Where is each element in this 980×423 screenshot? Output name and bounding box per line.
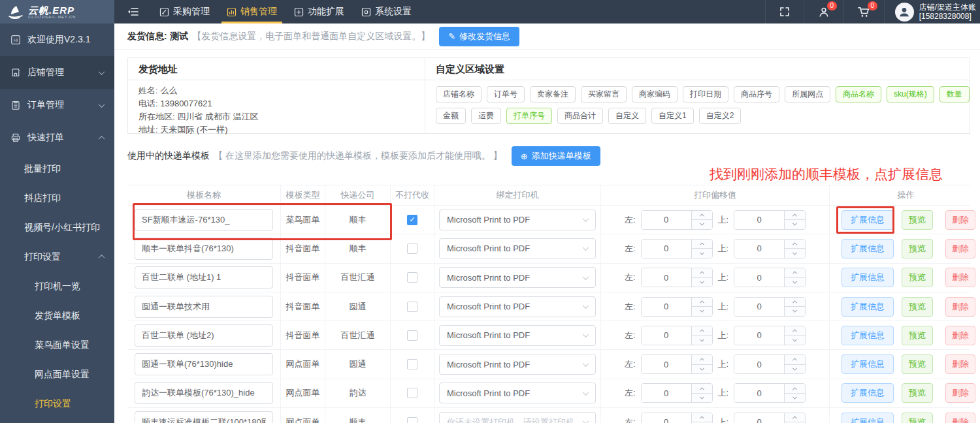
decrement-button[interactable] (785, 220, 805, 229)
decrement-button[interactable] (692, 336, 712, 345)
offset-left-input[interactable] (642, 268, 691, 287)
template-name-input[interactable] (135, 266, 273, 289)
printer-select[interactable]: Microsoft Print to PDF (439, 210, 596, 230)
decrement-button[interactable] (692, 220, 712, 229)
increment-button[interactable] (785, 298, 805, 307)
decrement-button[interactable] (692, 394, 712, 403)
custom-field-tag[interactable]: 卖家备注 (530, 86, 576, 102)
nav-item-extension[interactable]: 功能扩展 (286, 0, 353, 24)
nav-item-purchase[interactable]: 采购管理 (151, 0, 218, 24)
offset-left-stepper[interactable] (641, 326, 713, 345)
template-name-input[interactable] (135, 238, 273, 260)
printer-select[interactable]: Microsoft Print to PDF (439, 238, 596, 259)
account-menu[interactable]: 店铺/渠道主体账 [15828328008] (884, 0, 980, 24)
sidebar-item-channels-print[interactable]: 视频号/小红书打印 (0, 213, 114, 242)
offset-top-input[interactable] (734, 211, 784, 229)
offset-top-stepper[interactable] (734, 413, 806, 423)
increment-button[interactable] (692, 355, 712, 365)
preview-button[interactable]: 预览 (902, 239, 933, 258)
customer-service-button[interactable]: 0 (804, 0, 843, 24)
custom-field-tag[interactable]: 订单号 (487, 86, 525, 102)
custom-field-tag[interactable]: 商家编码 (632, 86, 678, 102)
cart-button[interactable]: 0 (843, 0, 884, 24)
sidebar-item-order-mgmt[interactable]: 订单管理 (0, 89, 114, 121)
preview-button[interactable]: 预览 (902, 354, 933, 374)
offset-top-stepper[interactable] (734, 383, 806, 403)
delete-button[interactable]: 删除 (945, 268, 975, 287)
custom-field-tag[interactable]: 所属网点 (785, 86, 830, 102)
no-cod-checkbox[interactable]: ✓ (407, 359, 417, 369)
nav-item-sales[interactable]: 销售管理 (218, 0, 286, 24)
increment-button[interactable] (785, 355, 805, 365)
sidebar-item-printer-list[interactable]: 打印机一览 (0, 272, 114, 301)
template-name-input[interactable] (135, 382, 273, 404)
decrement-button[interactable] (785, 278, 805, 287)
sidebar-item-outlet-settings[interactable]: 网点面单设置 (0, 360, 114, 389)
custom-field-tag[interactable]: sku(规格) (887, 86, 934, 102)
offset-left-stepper[interactable] (641, 297, 713, 317)
offset-left-input[interactable] (642, 326, 691, 345)
offset-top-stepper[interactable] (734, 210, 806, 230)
increment-button[interactable] (785, 413, 805, 423)
offset-top-input[interactable] (734, 413, 784, 423)
nav-item-system[interactable]: 系统设置 (353, 0, 420, 24)
edit-ship-info-button[interactable]: ✎ 修改发货信息 (439, 27, 519, 46)
custom-field-tag[interactable]: 自定义1 (651, 108, 694, 124)
sidebar-item-print-settings[interactable]: 打印设置 (0, 389, 114, 418)
sidebar-item-batch-print[interactable]: 批量打印 (0, 154, 114, 183)
preview-button[interactable]: 预览 (902, 268, 933, 287)
delete-button[interactable]: 删除 (945, 210, 975, 230)
custom-field-tag[interactable]: 金额 (436, 108, 466, 124)
offset-left-stepper[interactable] (641, 210, 713, 230)
custom-field-tag[interactable]: 商品合计 (557, 108, 603, 124)
offset-top-input[interactable] (734, 240, 784, 258)
offset-left-input[interactable] (642, 355, 691, 373)
template-name-input[interactable] (135, 324, 273, 347)
offset-top-input[interactable] (734, 326, 784, 345)
offset-left-input[interactable] (642, 298, 691, 316)
printer-select[interactable]: Microsoft Print to PDF (439, 267, 596, 288)
offset-top-input[interactable] (734, 268, 784, 287)
expand-info-button[interactable]: 扩展信息 (841, 354, 894, 374)
custom-field-tag[interactable]: 打单序号 (506, 108, 552, 124)
no-cod-checkbox[interactable]: ✓ (407, 330, 417, 341)
offset-left-input[interactable] (642, 240, 691, 258)
increment-button[interactable] (692, 384, 712, 394)
sidebar-item-shop-mgmt[interactable]: 店铺管理 (0, 56, 114, 89)
custom-field-tag[interactable]: 商品名称 (836, 86, 881, 102)
delete-button[interactable]: 删除 (945, 354, 975, 374)
template-name-input[interactable] (135, 353, 273, 375)
expand-info-button[interactable]: 扩展信息 (841, 413, 894, 423)
delete-button[interactable]: 删除 (945, 413, 975, 423)
decrement-button[interactable] (785, 336, 805, 345)
offset-left-stepper[interactable] (641, 354, 713, 374)
custom-field-tag[interactable]: 数量 (939, 86, 970, 102)
no-cod-checkbox[interactable]: ✓ (407, 417, 417, 423)
offset-left-stepper[interactable] (641, 413, 713, 423)
no-cod-checkbox[interactable]: ✓ (407, 215, 417, 225)
printer-select[interactable]: Microsoft Print to PDF (439, 354, 596, 375)
offset-left-input[interactable] (642, 211, 691, 229)
offset-top-stepper[interactable] (734, 268, 806, 287)
collapse-menu-icon[interactable] (127, 7, 139, 17)
expand-info-button[interactable]: 扩展信息 (841, 210, 894, 230)
decrement-button[interactable] (692, 278, 712, 287)
no-cod-checkbox[interactable]: ✓ (407, 302, 417, 312)
decrement-button[interactable] (692, 249, 712, 258)
app-logo[interactable]: 云帆.ERP CLOUDSAIL.NET.CN (0, 0, 114, 24)
custom-field-tag[interactable]: 打印日期 (683, 86, 728, 102)
increment-button[interactable] (692, 268, 712, 278)
sidebar-item-cainiao-settings[interactable]: 菜鸟面单设置 (0, 330, 114, 360)
custom-field-tag[interactable]: 自定义2 (699, 108, 742, 124)
increment-button[interactable] (692, 413, 712, 423)
sidebar-item-welcome[interactable]: Hi 欢迎使用V2.3.1 (0, 24, 114, 56)
preview-button[interactable]: 预览 (902, 326, 933, 345)
increment-button[interactable] (785, 384, 805, 394)
delete-button[interactable]: 删除 (945, 326, 975, 345)
expand-info-button[interactable]: 扩展信息 (841, 326, 894, 345)
expand-info-button[interactable]: 扩展信息 (841, 383, 894, 403)
offset-top-stepper[interactable] (734, 354, 806, 374)
template-name-input[interactable] (135, 296, 273, 318)
add-express-template-button[interactable]: ⊕ 添加快递单模板 (512, 146, 600, 166)
decrement-button[interactable] (692, 307, 712, 316)
